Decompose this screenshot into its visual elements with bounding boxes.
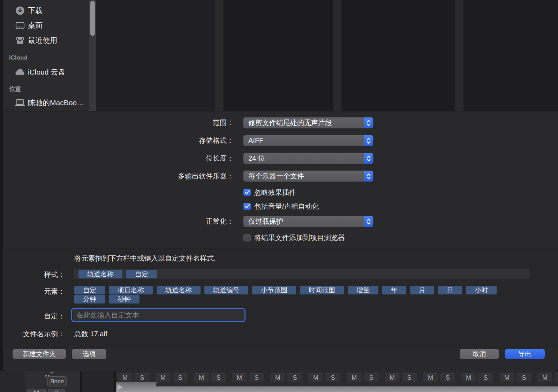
browser-bottom-line (6, 111, 558, 112)
file-format-select[interactable]: AIFF (243, 135, 373, 146)
example-label: 文件名示例： (6, 329, 65, 339)
element-tag[interactable]: 秒钟 (109, 295, 140, 303)
sidebar-item-label: 最近使用 (28, 36, 57, 45)
select-value: AIFF (248, 135, 263, 146)
solo-button[interactable]: S (287, 373, 302, 382)
solo-button[interactable]: S (440, 373, 455, 382)
window-edge (0, 0, 3, 371)
sidebar-item-macbook[interactable]: 陈驰的MacBoo… (6, 98, 89, 108)
sidebar-item-desktop[interactable]: 桌面 (6, 20, 89, 31)
element-tag[interactable]: 小时 (466, 286, 497, 294)
element-tag[interactable]: 年 (382, 286, 406, 294)
bounce-track-label[interactable]: Bnce (47, 376, 67, 386)
sidebar-scrollbar-thumb[interactable] (90, 1, 95, 36)
element-tag[interactable]: 小节范围 (252, 286, 296, 294)
solo-button[interactable]: S (516, 373, 531, 382)
mute-button[interactable]: M (461, 373, 476, 382)
options-button[interactable]: 选项 (72, 349, 106, 359)
checkbox-checked-icon (243, 203, 251, 210)
chevron-up-down-icon (364, 153, 373, 164)
filename-instruction: 将元素拖到下方栏中或键入以自定文件名样式。 (74, 254, 221, 263)
solo-button[interactable]: S (325, 373, 340, 382)
knob-fragment (45, 372, 53, 374)
footer-divider (6, 347, 558, 347)
checkbox-add-to-project-browser[interactable]: 将结果文件添加到项目浏览器 (243, 234, 345, 241)
element-tag[interactable]: 月 (410, 286, 434, 294)
column-divider[interactable] (333, 0, 341, 112)
range-row: 范围： 修剪文件结尾处的无声片段 (6, 117, 558, 128)
style-tag[interactable]: 自定 (126, 270, 157, 278)
solo-button[interactable]: S (364, 373, 379, 382)
select-value: 24 位 (248, 153, 265, 164)
element-tag[interactable]: 轨道编号 (204, 286, 248, 294)
element-tag[interactable]: 轨道名称 (157, 286, 201, 294)
column-divider[interactable] (215, 0, 224, 112)
mute-button[interactable]: M (156, 373, 171, 382)
solo-button[interactable]: S (48, 389, 65, 392)
solo-button[interactable]: S (135, 373, 150, 382)
chevron-up-down-icon (364, 216, 373, 227)
mute-button[interactable]: M (537, 373, 552, 382)
export-button[interactable]: 导出 (505, 349, 545, 359)
mute-button[interactable]: M (347, 373, 362, 382)
element-tag[interactable]: 时间范围 (300, 286, 344, 294)
custom-text-input[interactable] (71, 308, 246, 322)
sidebar-item-label: 下载 (28, 6, 43, 15)
checkbox-include-automation[interactable]: 包括音量/声相自动化 (243, 202, 319, 210)
checkbox-unchecked-icon (243, 234, 251, 241)
export-dialog: 下载 桌面 最近使用 iCloud iCloud 云盘 (3, 0, 558, 371)
select-value: 每个乐器一个文件 (248, 171, 304, 182)
mute-button[interactable]: M (232, 373, 247, 382)
element-tag[interactable]: 增量 (348, 286, 378, 294)
normalize-row: 正常化： 仅过载保护 (6, 216, 558, 227)
multi-output-label: 多输出软件乐器： (6, 171, 234, 182)
solo-button[interactable]: S (555, 373, 558, 382)
filename-style-bar[interactable]: 轨道名称 自定 (74, 269, 529, 279)
disclosure-triangle-icon[interactable] (118, 384, 123, 390)
solo-button[interactable]: S (211, 373, 226, 382)
file-browser: 下载 桌面 最近使用 iCloud iCloud 云盘 (6, 0, 558, 112)
sidebar-item-icloud-drive[interactable]: iCloud 云盘 (6, 67, 89, 77)
solo-button[interactable]: S (478, 373, 493, 382)
style-tag[interactable]: 轨道名称 (78, 270, 122, 278)
download-icon (15, 6, 25, 15)
sidebar-item-recents[interactable]: 最近使用 (6, 35, 89, 46)
track-lane-header (156, 382, 558, 386)
filename-pattern-panel: 将元素拖到下方栏中或键入以自定文件名样式。 样式： 轨道名称 自定 元素： 自定… (6, 248, 558, 347)
normalize-select[interactable]: 仅过载保护 (243, 216, 373, 227)
solo-button[interactable]: S (249, 373, 264, 382)
cancel-button[interactable]: 取消 (460, 349, 499, 359)
multi-output-select[interactable]: 每个乐器一个文件 (243, 171, 373, 182)
chevron-up-down-icon (364, 135, 373, 146)
checkbox-label: 包括音量/声相自动化 (254, 202, 319, 211)
column-divider[interactable] (455, 0, 463, 112)
mute-button[interactable]: M (27, 389, 46, 392)
mute-button[interactable]: M (385, 373, 400, 382)
mute-button[interactable]: M (308, 373, 323, 382)
select-value: 修剪文件结尾处的无声片段 (248, 117, 332, 128)
mute-button[interactable]: M (499, 373, 514, 382)
select-value: 仅过载保护 (248, 216, 283, 227)
bit-depth-label: 位长度： (6, 153, 234, 164)
element-tag[interactable]: 分钟 (74, 295, 105, 303)
element-tag[interactable]: 日 (438, 286, 462, 294)
mute-button[interactable]: M (194, 373, 209, 382)
element-tag[interactable]: 自定 (74, 286, 105, 294)
mute-button[interactable]: M (118, 373, 133, 382)
solo-button[interactable]: S (173, 373, 188, 382)
new-folder-button[interactable]: 新建文件夹 (13, 349, 66, 359)
element-tag[interactable]: 项目名称 (109, 286, 153, 294)
bit-depth-select[interactable]: 24 位 (243, 153, 373, 164)
checkbox-bypass-effect-plugins[interactable]: 忽略效果插件 (243, 189, 296, 196)
range-select[interactable]: 修剪文件结尾处的无声片段 (243, 117, 373, 128)
sidebar: 下载 桌面 最近使用 iCloud iCloud 云盘 (6, 0, 89, 112)
sidebar-section-icloud: iCloud (9, 54, 28, 61)
browser-column-2 (224, 0, 333, 112)
mute-button[interactable]: M (423, 373, 438, 382)
solo-button[interactable]: S (402, 373, 417, 382)
mute-button[interactable]: M (270, 373, 285, 382)
sidebar-item-downloads[interactable]: 下载 (6, 5, 89, 16)
browser-column-1 (96, 0, 215, 112)
strip-left-panel (0, 371, 25, 392)
laptop-icon (15, 98, 25, 108)
